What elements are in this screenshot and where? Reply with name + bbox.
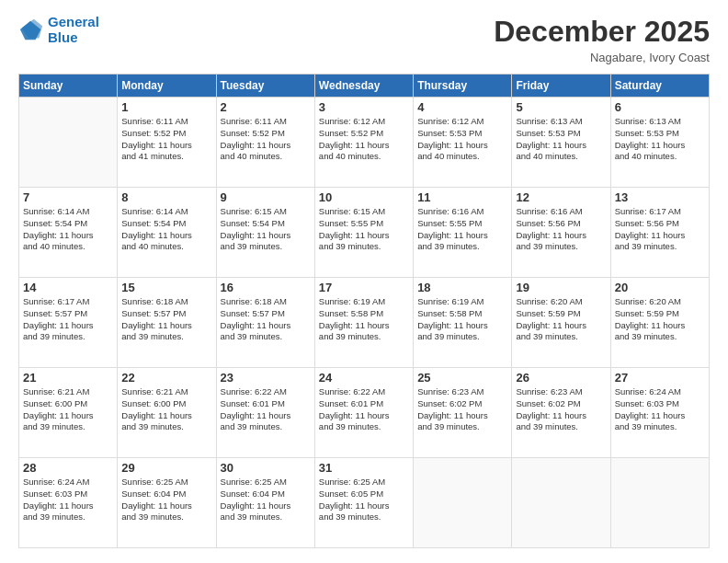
weekday-header-saturday: Saturday	[610, 75, 709, 98]
cell-info: Sunrise: 6:22 AM Sunset: 6:01 PM Dayligh…	[221, 386, 311, 433]
cell-info: Sunrise: 6:20 AM Sunset: 5:59 PM Dayligh…	[516, 296, 606, 343]
day-number: 24	[319, 371, 409, 385]
day-number: 27	[615, 371, 705, 385]
day-number: 21	[23, 371, 113, 385]
week-row-3: 21Sunrise: 6:21 AM Sunset: 6:00 PM Dayli…	[19, 368, 710, 458]
weekday-header-tuesday: Tuesday	[216, 75, 314, 98]
cell-info: Sunrise: 6:18 AM Sunset: 5:57 PM Dayligh…	[121, 296, 211, 343]
calendar-cell: 14Sunrise: 6:17 AM Sunset: 5:57 PM Dayli…	[19, 278, 118, 368]
day-number: 19	[516, 281, 606, 294]
day-number: 7	[23, 190, 113, 204]
calendar-cell: 25Sunrise: 6:23 AM Sunset: 6:02 PM Dayli…	[414, 368, 512, 458]
day-number: 22	[121, 371, 211, 385]
weekday-header-wednesday: Wednesday	[314, 75, 413, 98]
calendar-cell: 22Sunrise: 6:21 AM Sunset: 6:00 PM Dayli…	[118, 368, 216, 458]
cell-info: Sunrise: 6:25 AM Sunset: 6:05 PM Dayligh…	[319, 477, 409, 523]
calendar-cell: 2Sunrise: 6:11 AM Sunset: 5:52 PM Daylig…	[216, 98, 314, 188]
logo-text: General Blue	[48, 15, 99, 45]
day-number: 23	[221, 371, 311, 385]
day-number: 2	[221, 100, 311, 114]
calendar-cell: 12Sunrise: 6:16 AM Sunset: 5:56 PM Dayli…	[512, 188, 610, 278]
day-number: 25	[417, 371, 507, 385]
day-number: 30	[221, 461, 311, 475]
calendar-cell: 19Sunrise: 6:20 AM Sunset: 5:59 PM Dayli…	[512, 278, 610, 368]
cell-info: Sunrise: 6:13 AM Sunset: 5:53 PM Dayligh…	[516, 116, 606, 163]
calendar-cell: 16Sunrise: 6:18 AM Sunset: 5:57 PM Dayli…	[216, 278, 314, 368]
day-number: 10	[319, 190, 409, 204]
day-number: 16	[221, 281, 311, 294]
calendar-cell: 26Sunrise: 6:23 AM Sunset: 6:02 PM Dayli…	[512, 368, 610, 458]
logo: General Blue	[18, 15, 99, 45]
day-number: 13	[615, 190, 705, 204]
day-number: 6	[615, 100, 705, 114]
cell-info: Sunrise: 6:17 AM Sunset: 5:56 PM Dayligh…	[615, 206, 705, 253]
day-number: 1	[121, 100, 211, 114]
cell-info: Sunrise: 6:16 AM Sunset: 5:56 PM Dayligh…	[516, 206, 606, 253]
cell-info: Sunrise: 6:24 AM Sunset: 6:03 PM Dayligh…	[23, 477, 113, 523]
day-number: 8	[121, 190, 211, 204]
week-row-1: 7Sunrise: 6:14 AM Sunset: 5:54 PM Daylig…	[19, 188, 710, 278]
calendar-cell: 17Sunrise: 6:19 AM Sunset: 5:58 PM Dayli…	[314, 278, 413, 368]
header: General Blue December 2025 Nagabare, Ivo…	[18, 15, 710, 64]
calendar-cell: 10Sunrise: 6:15 AM Sunset: 5:55 PM Dayli…	[314, 188, 413, 278]
cell-info: Sunrise: 6:12 AM Sunset: 5:52 PM Dayligh…	[319, 116, 409, 163]
day-number: 15	[121, 281, 211, 294]
page: General Blue December 2025 Nagabare, Ivo…	[0, 0, 728, 563]
calendar-cell: 28Sunrise: 6:24 AM Sunset: 6:03 PM Dayli…	[19, 458, 118, 548]
calendar-table: SundayMondayTuesdayWednesdayThursdayFrid…	[18, 74, 710, 548]
calendar-cell: 9Sunrise: 6:15 AM Sunset: 5:54 PM Daylig…	[216, 188, 314, 278]
cell-info: Sunrise: 6:25 AM Sunset: 6:04 PM Dayligh…	[121, 477, 211, 523]
cell-info: Sunrise: 6:19 AM Sunset: 5:58 PM Dayligh…	[319, 296, 409, 343]
day-number: 3	[319, 100, 409, 114]
calendar-cell: 27Sunrise: 6:24 AM Sunset: 6:03 PM Dayli…	[610, 368, 709, 458]
day-number: 9	[221, 190, 311, 204]
calendar-cell: 13Sunrise: 6:17 AM Sunset: 5:56 PM Dayli…	[610, 188, 709, 278]
weekday-header-row: SundayMondayTuesdayWednesdayThursdayFrid…	[19, 75, 710, 98]
cell-info: Sunrise: 6:19 AM Sunset: 5:58 PM Dayligh…	[417, 296, 507, 343]
cell-info: Sunrise: 6:14 AM Sunset: 5:54 PM Dayligh…	[121, 206, 211, 253]
title-block: December 2025 Nagabare, Ivory Coast	[494, 15, 710, 64]
cell-info: Sunrise: 6:21 AM Sunset: 6:00 PM Dayligh…	[121, 386, 211, 433]
calendar-cell: 30Sunrise: 6:25 AM Sunset: 6:04 PM Dayli…	[216, 458, 314, 548]
cell-info: Sunrise: 6:15 AM Sunset: 5:55 PM Dayligh…	[319, 206, 409, 253]
cell-info: Sunrise: 6:23 AM Sunset: 6:02 PM Dayligh…	[417, 386, 507, 433]
calendar-cell: 11Sunrise: 6:16 AM Sunset: 5:55 PM Dayli…	[414, 188, 512, 278]
cell-info: Sunrise: 6:12 AM Sunset: 5:53 PM Dayligh…	[417, 116, 507, 163]
calendar-cell: 15Sunrise: 6:18 AM Sunset: 5:57 PM Dayli…	[118, 278, 216, 368]
calendar-cell: 7Sunrise: 6:14 AM Sunset: 5:54 PM Daylig…	[19, 188, 118, 278]
weekday-header-monday: Monday	[118, 75, 216, 98]
cell-info: Sunrise: 6:11 AM Sunset: 5:52 PM Dayligh…	[221, 116, 311, 163]
cell-info: Sunrise: 6:25 AM Sunset: 6:04 PM Dayligh…	[221, 477, 311, 523]
calendar-cell: 4Sunrise: 6:12 AM Sunset: 5:53 PM Daylig…	[414, 98, 512, 188]
day-number: 12	[516, 190, 606, 204]
month-title: December 2025	[494, 15, 710, 49]
week-row-4: 28Sunrise: 6:24 AM Sunset: 6:03 PM Dayli…	[19, 458, 710, 548]
calendar-cell	[512, 458, 610, 548]
day-number: 5	[516, 100, 606, 114]
calendar-cell: 29Sunrise: 6:25 AM Sunset: 6:04 PM Dayli…	[118, 458, 216, 548]
day-number: 29	[121, 461, 211, 475]
day-number: 20	[615, 281, 705, 294]
calendar-cell: 23Sunrise: 6:22 AM Sunset: 6:01 PM Dayli…	[216, 368, 314, 458]
calendar-cell: 18Sunrise: 6:19 AM Sunset: 5:58 PM Dayli…	[414, 278, 512, 368]
cell-info: Sunrise: 6:15 AM Sunset: 5:54 PM Dayligh…	[221, 206, 311, 253]
calendar-cell: 1Sunrise: 6:11 AM Sunset: 5:52 PM Daylig…	[118, 98, 216, 188]
calendar-cell	[414, 458, 512, 548]
cell-info: Sunrise: 6:23 AM Sunset: 6:02 PM Dayligh…	[516, 386, 606, 433]
cell-info: Sunrise: 6:11 AM Sunset: 5:52 PM Dayligh…	[121, 116, 211, 163]
day-number: 4	[417, 100, 507, 114]
calendar-cell: 8Sunrise: 6:14 AM Sunset: 5:54 PM Daylig…	[118, 188, 216, 278]
weekday-header-friday: Friday	[512, 75, 610, 98]
day-number: 17	[319, 281, 409, 294]
day-number: 31	[319, 461, 409, 475]
location: Nagabare, Ivory Coast	[494, 51, 710, 64]
weekday-header-sunday: Sunday	[19, 75, 118, 98]
cell-info: Sunrise: 6:22 AM Sunset: 6:01 PM Dayligh…	[319, 386, 409, 433]
cell-info: Sunrise: 6:18 AM Sunset: 5:57 PM Dayligh…	[221, 296, 311, 343]
calendar-cell	[19, 98, 118, 188]
cell-info: Sunrise: 6:20 AM Sunset: 5:59 PM Dayligh…	[615, 296, 705, 343]
calendar-cell: 5Sunrise: 6:13 AM Sunset: 5:53 PM Daylig…	[512, 98, 610, 188]
cell-info: Sunrise: 6:21 AM Sunset: 6:00 PM Dayligh…	[23, 386, 113, 433]
cell-info: Sunrise: 6:24 AM Sunset: 6:03 PM Dayligh…	[615, 386, 705, 433]
calendar-cell: 6Sunrise: 6:13 AM Sunset: 5:53 PM Daylig…	[610, 98, 709, 188]
